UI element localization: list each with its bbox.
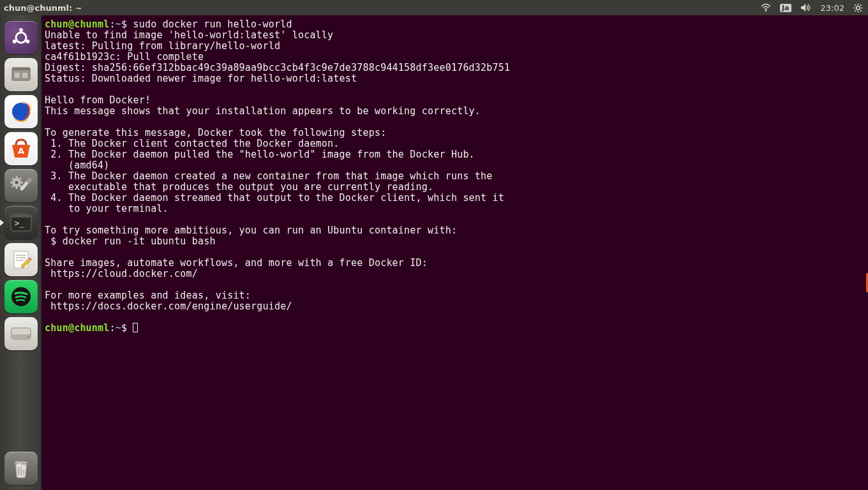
system-gear-icon[interactable]: [853, 3, 863, 13]
svg-line-7: [860, 10, 862, 11]
svg-line-9: [855, 10, 856, 11]
terminal-cursor: [133, 323, 138, 332]
spotify-icon[interactable]: [4, 280, 38, 313]
top-menu-bar: chun@chunml: ~ Ja 23:02: [0, 0, 868, 15]
clock-time[interactable]: 23:02: [821, 3, 844, 13]
svg-rect-32: [11, 214, 31, 218]
svg-point-11: [19, 28, 23, 32]
svg-rect-15: [12, 68, 30, 70]
prompt-user-host: chun@chunml: [45, 19, 110, 30]
firefox-icon[interactable]: [4, 95, 38, 128]
unity-launcher: A: [0, 15, 42, 490]
terminal-output: Unable to find image 'hello-world:latest…: [45, 29, 510, 312]
entered-command: sudo docker run hello-world: [133, 19, 292, 30]
svg-line-29: [12, 186, 13, 187]
svg-text:>_: >_: [15, 219, 24, 228]
svg-line-8: [860, 4, 862, 6]
svg-point-10: [16, 33, 26, 43]
prompt-cwd: ~: [116, 19, 121, 30]
svg-point-0: [765, 10, 767, 11]
svg-point-41: [27, 336, 29, 338]
svg-rect-42: [15, 461, 27, 464]
svg-point-46: [17, 463, 21, 467]
trash-icon[interactable]: [4, 452, 38, 485]
svg-line-28: [20, 178, 21, 179]
svg-point-12: [13, 40, 17, 43]
dash-ubuntu-icon[interactable]: [4, 21, 38, 54]
svg-rect-16: [15, 73, 20, 78]
input-language-indicator[interactable]: Ja: [780, 4, 791, 12]
ubuntu-software-icon[interactable]: A: [4, 132, 38, 165]
external-disk-icon[interactable]: [4, 317, 38, 350]
terminal-icon[interactable]: >_: [4, 206, 38, 239]
settings-icon[interactable]: [4, 169, 38, 202]
svg-point-1: [857, 6, 860, 10]
network-wifi-icon[interactable]: [761, 3, 771, 12]
text-editor-icon[interactable]: [4, 243, 38, 276]
svg-point-21: [15, 181, 19, 184]
active-app-indicator-icon: [0, 219, 4, 226]
svg-rect-17: [22, 73, 27, 78]
svg-text:A: A: [18, 146, 24, 156]
svg-rect-34: [14, 251, 28, 268]
sound-volume-icon[interactable]: [800, 3, 812, 12]
svg-line-27: [20, 186, 21, 187]
svg-line-6: [855, 4, 856, 6]
terminal-pane[interactable]: chun@chunml:~$ sudo docker run hello-wor…: [42, 15, 868, 490]
svg-point-13: [26, 40, 29, 43]
prompt-user-host: chun@chunml: [45, 322, 110, 334]
window-title: chun@chunml: ~: [4, 3, 82, 13]
files-icon[interactable]: [4, 58, 38, 91]
svg-line-26: [12, 178, 13, 179]
prompt-cwd: ~: [116, 322, 121, 334]
svg-point-47: [22, 466, 26, 470]
